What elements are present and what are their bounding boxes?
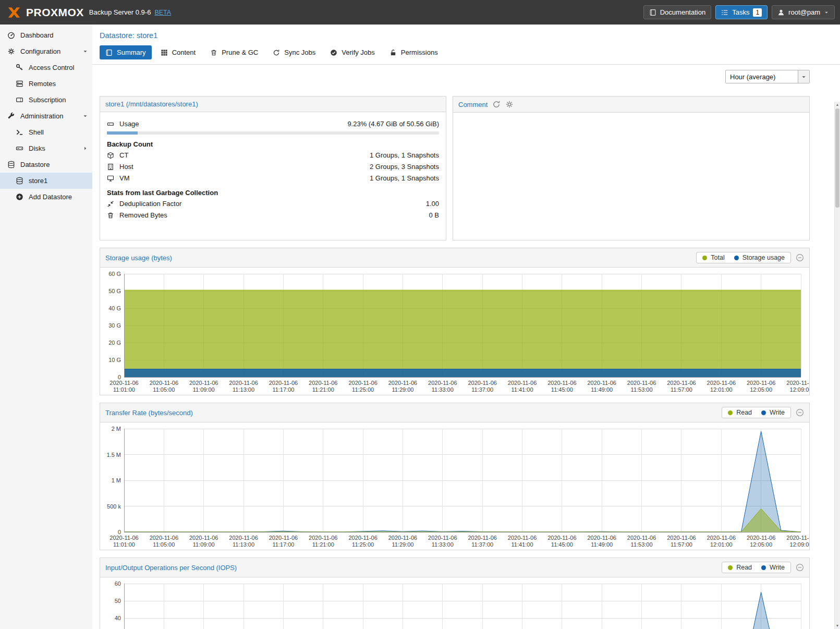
svg-text:11:57:00: 11:57:00 [671, 541, 692, 548]
minus-circle-icon[interactable] [796, 408, 804, 417]
sidebar-item-label: Shell [29, 128, 44, 136]
main-area: Datastore: store1 Summary Content Prune … [92, 25, 840, 629]
chevron-down-icon[interactable] [82, 113, 88, 119]
user-label: root@pam [788, 8, 820, 16]
combo-trigger[interactable] [798, 70, 809, 83]
legend-item-write[interactable]: Write [761, 409, 785, 416]
legend-item-write[interactable]: Write [761, 564, 785, 571]
legend-dot [734, 256, 739, 260]
tab-label: Summary [117, 49, 146, 56]
sidebar-item-store1[interactable]: store1 [0, 173, 92, 189]
gear-icon[interactable] [505, 100, 514, 108]
refresh-icon[interactable] [492, 100, 501, 108]
chart-title: Input/Output Operations per Second (IOPS… [105, 564, 237, 572]
svg-text:1.5 M: 1.5 M [106, 452, 121, 458]
tab-summary[interactable]: Summary [100, 45, 152, 59]
chevron-right-icon[interactable] [82, 146, 88, 151]
svg-text:20 G: 20 G [108, 340, 121, 346]
svg-text:11:09:00: 11:09:00 [193, 386, 215, 393]
svg-text:2020-11-06: 2020-11-06 [309, 380, 337, 386]
legend-item-storage-usage[interactable]: Storage usage [734, 254, 785, 261]
dedup-label: Deduplication Factor [119, 200, 181, 208]
scroll-up-arrow[interactable]: ▲ [835, 102, 840, 108]
legend-item-total[interactable]: Total [702, 254, 724, 261]
sidebar-item-dashboard[interactable]: Dashboard [0, 27, 92, 43]
sidebar-item-label: Dashboard [20, 31, 54, 39]
chevron-down-icon [824, 10, 829, 15]
beta-link[interactable]: BETA [154, 9, 171, 16]
tab-bar: Summary Content Prune & GC Sync Jobs Ver… [92, 42, 840, 65]
tab-verify-jobs[interactable]: Verify Jobs [324, 45, 381, 59]
tab-permissions[interactable]: Permissions [384, 45, 444, 59]
sidebar-item-remotes[interactable]: Remotes [0, 76, 92, 92]
app-header: PROXMOX Backup Server 0.9-6 BETA Documen… [0, 0, 840, 25]
svg-text:50 G: 50 G [108, 288, 121, 294]
svg-text:30 G: 30 G [108, 322, 121, 329]
comment-body[interactable] [453, 113, 809, 123]
user-icon [777, 9, 785, 16]
minus-circle-icon[interactable] [796, 253, 804, 262]
sidebar-item-datastore[interactable]: Datastore [0, 156, 92, 173]
tab-sync-jobs[interactable]: Sync Jobs [267, 45, 321, 59]
chart-panel-header: Input/Output Operations per Second (IOPS… [100, 558, 809, 577]
svg-text:40 G: 40 G [108, 305, 121, 311]
comment-panel: Comment [453, 96, 810, 240]
tab-label: Verify Jobs [342, 49, 375, 56]
minus-circle-icon[interactable] [796, 563, 804, 572]
svg-text:50: 50 [115, 598, 121, 604]
sidebar-item-subscription[interactable]: Subscription [0, 92, 92, 108]
removed-bytes-value: 0 B [429, 211, 439, 219]
legend-item-read[interactable]: Read [728, 409, 752, 416]
svg-text:500 k: 500 k [107, 503, 121, 510]
chevron-down-icon[interactable] [82, 49, 88, 54]
vm-value: 1 Groups, 1 Snapshots [370, 174, 439, 182]
tab-content[interactable]: Content [155, 45, 202, 59]
datastore-status-panel: store1 (/mnt/datastores/store1) Usage 9.… [100, 96, 446, 240]
documentation-button[interactable]: Documentation [643, 5, 711, 19]
svg-text:11:17:00: 11:17:00 [272, 386, 294, 393]
sidebar-item-disks[interactable]: Disks [0, 140, 92, 156]
chart-panel-header: Transfer Rate (bytes/second) ReadWrite [100, 403, 809, 422]
chart-title: Transfer Rate (bytes/second) [105, 409, 193, 417]
sidebar-item-shell[interactable]: Shell [0, 124, 92, 140]
removed-bytes-row: Removed Bytes 0 B [107, 210, 439, 220]
legend-item-read[interactable]: Read [728, 564, 752, 571]
monitor-icon [107, 175, 115, 182]
user-menu-button[interactable]: root@pam [772, 5, 835, 19]
svg-text:12:09:00: 12:09:00 [790, 541, 809, 548]
transfer-rate-chart-panel: Transfer Rate (bytes/second) ReadWrite 0… [100, 403, 810, 550]
iops-chart-panel: Input/Output Operations per Second (IOPS… [100, 558, 810, 629]
tab-prune-gc[interactable]: Prune & GC [204, 45, 264, 59]
tasks-button[interactable]: Tasks 1 [715, 5, 768, 19]
svg-text:2020-11-06: 2020-11-06 [627, 380, 656, 386]
book-icon [105, 49, 113, 56]
sidebar-item-add-datastore[interactable]: Add Datastore [0, 189, 92, 205]
svg-text:11:25:00: 11:25:00 [352, 386, 374, 393]
sidebar-item-access-control[interactable]: Access Control [0, 59, 92, 76]
comment-panel-title: Comment [458, 101, 488, 108]
vertical-scrollbar[interactable]: ▲ ▼ [834, 102, 840, 629]
host-row: Host 2 Groups, 3 Snapshots [107, 162, 439, 172]
legend-dot [728, 410, 733, 415]
svg-text:2020-11-06: 2020-11-06 [667, 380, 696, 386]
scroll-down-arrow[interactable]: ▼ [835, 623, 840, 629]
ct-row: CT 1 Groups, 1 Snapshots [107, 150, 439, 160]
hdd-icon [107, 120, 115, 128]
chart-svg: 0500 k1 M1.5 M2 M2020-11-0611:01:002020-… [100, 422, 809, 550]
svg-text:11:41:00: 11:41:00 [512, 386, 533, 393]
time-range-select[interactable]: Hour (average) [725, 70, 810, 83]
svg-text:2020-11-06: 2020-11-06 [588, 380, 616, 386]
sidebar-item-configuration[interactable]: Configuration [0, 43, 92, 59]
tab-label: Permissions [401, 49, 438, 56]
scrollbar-thumb[interactable] [835, 108, 839, 208]
sidebar-item-administration[interactable]: Administration [0, 108, 92, 124]
svg-text:2020-11-06: 2020-11-06 [388, 380, 417, 386]
svg-text:11:45:00: 11:45:00 [551, 386, 573, 393]
chart-canvas: 010 G20 G30 G40 G50 G60 G2020-11-0611:01… [100, 268, 809, 395]
proxmox-logo-icon [5, 5, 23, 20]
svg-text:2020-11-06: 2020-11-06 [229, 535, 258, 541]
terminal-icon [16, 128, 24, 136]
host-value: 2 Groups, 3 Snapshots [370, 163, 439, 171]
svg-text:12:05:00: 12:05:00 [750, 541, 772, 548]
svg-text:11:53:00: 11:53:00 [631, 541, 653, 548]
